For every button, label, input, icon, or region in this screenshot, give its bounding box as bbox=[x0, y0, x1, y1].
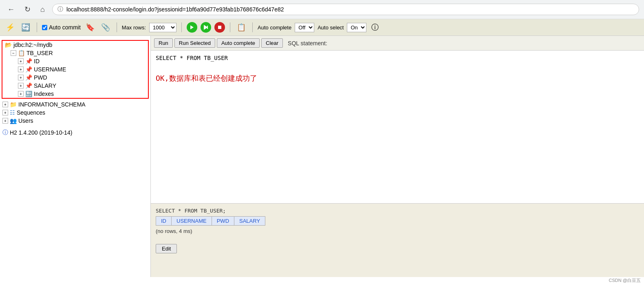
svg-marker-0 bbox=[190, 25, 194, 29]
col-pwd-icon: 📌 bbox=[25, 74, 32, 81]
sidebar-item-col-pwd[interactable]: + 📌 PWD bbox=[2, 73, 148, 82]
svg-rect-3 bbox=[218, 26, 221, 29]
col-id-label: ID bbox=[34, 58, 40, 64]
clipboard-icon[interactable]: 📋 bbox=[235, 22, 247, 33]
col-header-id[interactable]: ID bbox=[156, 217, 172, 226]
sidebar: 📂 jdbc:h2:~/mydb − 📋 TB_USER + 📌 ID + 📌 … bbox=[0, 36, 151, 277]
auto-commit-checkbox[interactable] bbox=[42, 25, 47, 30]
browser-nav: ← ↻ ⌂ ⓘ bbox=[0, 0, 644, 19]
results-area: SELECT * FROM TB_USER; ID USERNAME PWD S… bbox=[151, 204, 644, 277]
auto-complete-toolbar-label: Auto complete bbox=[258, 24, 291, 31]
history-icon[interactable]: 🔖 bbox=[84, 22, 96, 33]
auto-select-select[interactable]: On Off bbox=[347, 23, 366, 32]
run-sql-button[interactable]: Run bbox=[154, 38, 173, 48]
col-salary-icon: 📌 bbox=[25, 82, 32, 89]
sequences-expand[interactable]: + bbox=[2, 110, 8, 115]
separator-5 bbox=[252, 22, 253, 32]
col-id-icon: 📌 bbox=[25, 58, 32, 64]
sql-toolbar: Run Run Selected Auto complete Clear SQL… bbox=[151, 36, 644, 51]
no-rows-text: (no rows, 4 ms) bbox=[156, 228, 639, 234]
info-icon: ⓘ bbox=[57, 6, 63, 13]
indexes-label: Indexes bbox=[34, 91, 54, 97]
col-username-expand[interactable]: + bbox=[18, 67, 24, 72]
sidebar-item-sequences[interactable]: + ☷ Sequences bbox=[0, 109, 150, 117]
info-schema-label: INFORMATION_SCHEMA bbox=[18, 101, 86, 108]
table-name-label: TB_USER bbox=[26, 50, 53, 56]
col-pwd-expand[interactable]: + bbox=[18, 75, 24, 80]
col-username-icon: 📌 bbox=[25, 66, 32, 73]
db-name-label: jdbc:h2:~/mydb bbox=[13, 42, 52, 48]
indexes-expand[interactable]: + bbox=[18, 91, 24, 97]
separator-1 bbox=[37, 22, 37, 32]
col-username-label: USERNAME bbox=[34, 66, 66, 73]
sql-editor[interactable]: SELECT * FROM TB_USER OK,数据库和表已经创建成功了 bbox=[151, 51, 644, 204]
users-icon: 👥 bbox=[10, 118, 17, 124]
sidebar-item-info-schema[interactable]: + 📁 INFORMATION_SCHEMA bbox=[0, 100, 150, 109]
col-salary-expand[interactable]: + bbox=[18, 83, 24, 89]
separator-2 bbox=[117, 22, 117, 32]
col-id-expand[interactable]: + bbox=[18, 58, 24, 64]
right-panel: Run Run Selected Auto complete Clear SQL… bbox=[151, 36, 644, 277]
col-salary-label: SALARY bbox=[34, 82, 56, 89]
reload-button[interactable]: ↻ bbox=[22, 3, 33, 16]
run-selected-sql-button[interactable]: Run Selected bbox=[174, 38, 215, 48]
sidebar-item-users[interactable]: + 👥 Users bbox=[0, 117, 150, 125]
results-query: SELECT * FROM TB_USER; bbox=[156, 208, 639, 214]
col-header-salary[interactable]: SALARY bbox=[234, 217, 265, 226]
col-header-pwd[interactable]: PWD bbox=[212, 217, 234, 226]
indexes-icon: 🔙 bbox=[25, 91, 32, 97]
auto-select-toolbar-label: Auto select bbox=[318, 24, 344, 31]
max-rows-select[interactable]: 1000 10 100 10000 bbox=[149, 23, 176, 32]
sql-text: SELECT * FROM TB_USER bbox=[156, 55, 639, 61]
table-icon: 📋 bbox=[18, 50, 25, 56]
browser-chrome: ← ↻ ⌂ ⓘ bbox=[0, 0, 644, 19]
max-rows-label: Max rows: bbox=[122, 24, 146, 31]
sidebar-item-db[interactable]: 📂 jdbc:h2:~/mydb bbox=[2, 41, 148, 49]
sidebar-item-version: ⓘ H2 1.4.200 (2019-10-14) bbox=[0, 128, 150, 137]
sidebar-item-col-username[interactable]: + 📌 USERNAME bbox=[2, 65, 148, 73]
results-table: ID USERNAME PWD SALARY bbox=[156, 216, 265, 226]
auto-commit-label: Auto commit bbox=[42, 24, 81, 31]
sequences-icon: ☷ bbox=[10, 109, 15, 116]
separator-3 bbox=[181, 22, 182, 32]
edit-button[interactable]: Edit bbox=[156, 244, 177, 253]
run-selected-button[interactable] bbox=[201, 22, 211, 33]
col-header-username[interactable]: USERNAME bbox=[172, 217, 212, 226]
schema-icon: 📁 bbox=[10, 101, 17, 108]
sidebar-item-table[interactable]: − 📋 TB_USER bbox=[2, 49, 148, 57]
address-bar: ⓘ bbox=[52, 4, 639, 15]
run-button[interactable] bbox=[187, 22, 197, 33]
sequences-label: Sequences bbox=[17, 109, 45, 116]
back-button[interactable]: ← bbox=[5, 4, 17, 16]
connect-icon[interactable]: ⚡ bbox=[4, 22, 16, 33]
stop-button[interactable] bbox=[214, 22, 225, 33]
ok-message: OK,数据库和表已经创建成功了 bbox=[156, 73, 639, 83]
col-pwd-label: PWD bbox=[34, 74, 47, 81]
sidebar-item-col-salary[interactable]: + 📌 SALARY bbox=[2, 82, 148, 90]
table-expand-btn[interactable]: − bbox=[11, 50, 16, 56]
auto-complete-select[interactable]: Off On bbox=[295, 23, 314, 32]
version-label: H2 1.4.200 (2019-10-14) bbox=[10, 129, 72, 136]
home-button[interactable]: ⌂ bbox=[38, 4, 47, 16]
db-icon: 📂 bbox=[5, 42, 12, 48]
users-label: Users bbox=[18, 118, 33, 124]
sql-statement-label: SQL statement: bbox=[288, 40, 327, 47]
url-input[interactable] bbox=[66, 6, 634, 13]
sidebar-item-col-id[interactable]: + 📌 ID bbox=[2, 57, 148, 65]
users-expand[interactable]: + bbox=[2, 118, 8, 124]
auto-complete-sql-button[interactable]: Auto complete bbox=[217, 38, 260, 48]
help-icon[interactable]: ⓘ bbox=[370, 22, 380, 33]
version-info-icon: ⓘ bbox=[2, 129, 8, 136]
main-toolbar: ⚡ 🔄 Auto commit 🔖 📎 Max rows: 1000 10 10… bbox=[0, 19, 644, 36]
info-schema-expand[interactable]: + bbox=[2, 102, 8, 107]
main-content: 📂 jdbc:h2:~/mydb − 📋 TB_USER + 📌 ID + 📌 … bbox=[0, 36, 644, 277]
sidebar-item-indexes[interactable]: + 🔙 Indexes bbox=[2, 90, 148, 98]
tb-user-group: 📂 jdbc:h2:~/mydb − 📋 TB_USER + 📌 ID + 📌 … bbox=[2, 40, 149, 99]
disconnect-icon[interactable]: 🔄 bbox=[20, 22, 32, 33]
clear-sql-button[interactable]: Clear bbox=[261, 38, 283, 48]
separator-4 bbox=[230, 22, 230, 32]
script-icon[interactable]: 📎 bbox=[99, 22, 112, 33]
